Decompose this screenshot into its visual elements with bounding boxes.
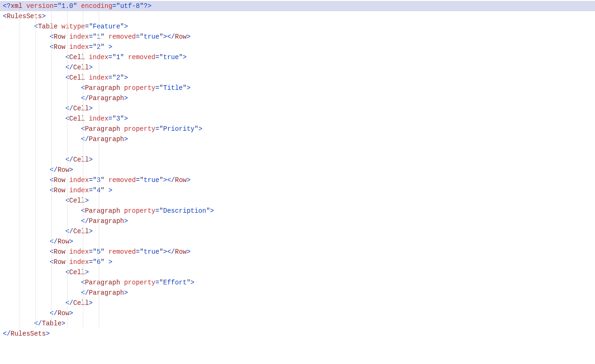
code-line: </Cell>	[0, 62, 595, 73]
code-line: <Row index="4" >	[0, 185, 595, 195]
code-line: </Table>	[0, 318, 595, 329]
code-line: <Cell index="1" removed="true">	[0, 52, 595, 62]
code-line: </Cell>	[0, 103, 595, 114]
code-line: </Row>	[0, 236, 595, 247]
code-line: </RulesSets>	[0, 329, 595, 339]
code-line: <Table witype="Feature">	[0, 21, 595, 32]
code-line: </Paragraph>	[0, 134, 595, 144]
code-line: </Row>	[0, 308, 595, 318]
code-line: </Cell>	[0, 298, 595, 308]
code-line: </Cell>	[0, 226, 595, 236]
code-line: <RulesSets>	[0, 11, 595, 21]
code-line: </Paragraph>	[0, 93, 595, 103]
code-line: </Cell>	[0, 155, 595, 165]
code-line: <Paragraph property="Description">	[0, 206, 595, 216]
code-line: <Cell index="3">	[0, 114, 595, 124]
code-line: <Cell index="2">	[0, 73, 595, 83]
code-body: <?xml version="1.0" encoding="utf-8"?><R…	[0, 1, 595, 339]
code-line: <Paragraph property="Priority">	[0, 124, 595, 134]
code-line: <Cell>	[0, 195, 595, 206]
code-line: <?xml version="1.0" encoding="utf-8"?>	[0, 1, 595, 11]
code-line: </Paragraph>	[0, 216, 595, 226]
code-line: <Cell>	[0, 267, 595, 277]
code-line: <Paragraph property="Title">	[0, 83, 595, 93]
xml-code-editor[interactable]: <?xml version="1.0" encoding="utf-8"?><R…	[0, 0, 595, 339]
code-line: <Row index="6" >	[0, 257, 595, 267]
code-line: <Paragraph property="Effort">	[0, 277, 595, 288]
code-line: <Row index="5" removed="true"></Row>	[0, 247, 595, 257]
code-line: <Row index="1" removed="true"></Row>	[0, 32, 595, 42]
code-line: </Paragraph>	[0, 288, 595, 298]
code-line	[0, 144, 595, 155]
code-line: <Row index="2" >	[0, 42, 595, 52]
code-line: </Row>	[0, 165, 595, 175]
code-line: <Row index="3" removed="true"></Row>	[0, 175, 595, 185]
